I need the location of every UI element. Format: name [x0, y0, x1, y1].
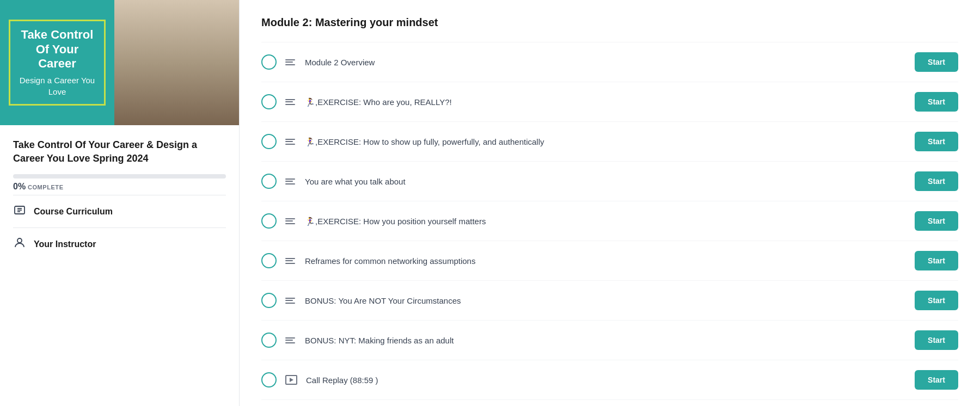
- list-icon: [13, 204, 26, 219]
- curriculum-label: Course Curriculum: [34, 207, 113, 217]
- lesson-name: Reframes for common networking assumptio…: [305, 255, 906, 267]
- progress-bar-container: 0% COMPLETE: [13, 174, 226, 192]
- lines-icon: [285, 337, 296, 343]
- lesson-completion-circle: [261, 293, 277, 308]
- lines-icon: [285, 218, 296, 224]
- main-content: Module 2: Mastering your mindset Module …: [240, 0, 980, 406]
- course-banner-title-line1: Take Control Of Your Career: [19, 28, 95, 71]
- lesson-item: 🏃‍♀️,EXERCISE: How you position yourself…: [261, 201, 958, 241]
- instructor-silhouette: [108, 0, 239, 125]
- progress-text: 0% COMPLETE: [13, 182, 226, 192]
- lesson-item: Reframes for common networking assumptio…: [261, 241, 958, 281]
- lines-icon: [285, 99, 296, 105]
- lesson-completion-circle: [261, 174, 277, 189]
- svg-point-4: [17, 238, 22, 243]
- lesson-completion-circle: [261, 253, 277, 268]
- lesson-name: You are what you talk about: [305, 176, 906, 187]
- start-button[interactable]: Start: [915, 330, 958, 350]
- start-button[interactable]: Start: [915, 92, 958, 112]
- lesson-item: Call Replay (88:59 )Start: [261, 360, 958, 400]
- lesson-completion-circle: [261, 333, 277, 348]
- lines-icon: [285, 179, 296, 184]
- course-title: Take Control Of Your Career & Design a C…: [13, 138, 226, 165]
- lesson-completion-circle: [261, 134, 277, 149]
- lesson-name: BONUS: NYT: Making friends as an adult: [305, 335, 906, 346]
- lesson-completion-circle: [261, 54, 277, 70]
- course-banner-overlay: Take Control Of Your Career Design a Car…: [0, 0, 114, 125]
- start-button[interactable]: Start: [915, 132, 958, 151]
- instructor-label: Your Instructor: [34, 239, 96, 249]
- lesson-item: 🏃‍♀️,EXERCISE: How to show up fully, pow…: [261, 122, 958, 162]
- sidebar: Take Control Of Your Career Design a Car…: [0, 0, 240, 406]
- start-button[interactable]: Start: [915, 52, 958, 72]
- lesson-name: Module 2 Overview: [305, 57, 906, 68]
- start-button[interactable]: Start: [915, 251, 958, 270]
- lesson-item: Module 2 OverviewStart: [261, 42, 958, 82]
- lesson-name: 🏃‍♀️,EXERCISE: How you position yourself…: [305, 216, 906, 227]
- person-icon: [13, 237, 26, 251]
- course-banner: Take Control Of Your Career Design a Car…: [0, 0, 239, 125]
- progress-complete-label: COMPLETE: [28, 184, 64, 190]
- progress-bar-background: [13, 174, 226, 179]
- start-button[interactable]: Start: [915, 171, 958, 191]
- course-banner-title-box: Take Control Of Your Career Design a Car…: [9, 20, 106, 105]
- lesson-completion-circle: [261, 372, 277, 387]
- lesson-item: You are what you talk aboutStart: [261, 162, 958, 201]
- lesson-item: 🏃‍♀️,EXERCISE: Who are you, REALLY?!Star…: [261, 82, 958, 122]
- course-banner-title-line2: Design a Career You Love: [19, 75, 95, 97]
- lines-icon: [285, 59, 296, 65]
- module-title: Module 2: Mastering your mindset: [261, 16, 958, 29]
- lesson-completion-circle: [261, 213, 277, 229]
- start-button[interactable]: Start: [915, 211, 958, 231]
- instructor-photo: [108, 0, 239, 125]
- lesson-item: BONUS: You Are NOT Your CircumstancesSta…: [261, 281, 958, 321]
- lesson-name: BONUS: You Are NOT Your Circumstances: [305, 295, 906, 306]
- sidebar-item-curriculum[interactable]: Course Curriculum: [13, 195, 226, 227]
- lines-icon: [285, 298, 296, 304]
- lesson-list: Module 2 OverviewStart🏃‍♀️,EXERCISE: Who…: [261, 42, 958, 400]
- lines-icon: [285, 258, 296, 264]
- lesson-name: 🏃‍♀️,EXERCISE: How to show up fully, pow…: [305, 136, 906, 147]
- sidebar-item-instructor[interactable]: Your Instructor: [13, 227, 226, 260]
- lesson-name: Call Replay (88:59 ): [306, 374, 906, 386]
- lesson-completion-circle: [261, 94, 277, 109]
- video-icon: [285, 375, 297, 385]
- lines-icon: [285, 139, 296, 145]
- start-button[interactable]: Start: [915, 370, 958, 390]
- lesson-item: BONUS: NYT: Making friends as an adultSt…: [261, 321, 958, 360]
- progress-percent: 0%: [13, 182, 26, 191]
- sidebar-body: Take Control Of Your Career & Design a C…: [0, 125, 239, 406]
- lesson-name: 🏃‍♀️,EXERCISE: Who are you, REALLY?!: [305, 96, 906, 108]
- start-button[interactable]: Start: [915, 291, 958, 310]
